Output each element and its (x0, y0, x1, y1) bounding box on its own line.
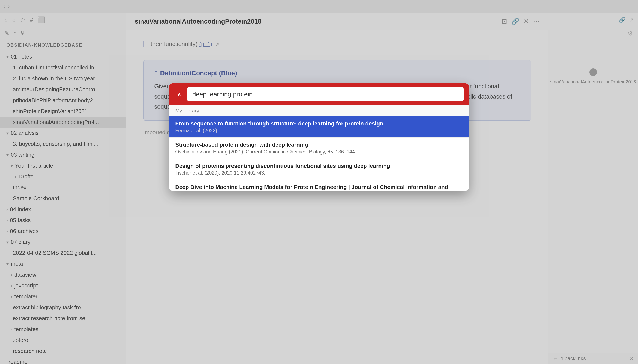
zotero-section-my-library: My Library (169, 105, 469, 116)
zotero-result-r1[interactable]: From sequence to function through struct… (169, 116, 469, 138)
zotero-search-input[interactable] (187, 87, 464, 101)
result-title-r2: Structure-based protein design with deep… (175, 142, 463, 148)
zotero-result-r4[interactable]: Deep Dive into Machine Learning Models f… (169, 180, 469, 191)
zotero-results: My LibraryFrom sequence to function thro… (169, 105, 469, 191)
zotero-search-bar: Z (169, 83, 469, 105)
zotero-result-r2[interactable]: Structure-based protein design with deep… (169, 138, 469, 159)
zotero-logo-svg: Z (175, 90, 183, 98)
result-meta-r3: Tischer et al. (2020), 2020.11.29.402743… (175, 170, 463, 176)
zotero-modal: Z My LibraryFrom sequence to function th… (169, 83, 469, 191)
result-meta-r1: Ferruz et al. (2022). (175, 128, 463, 134)
result-title-r3: Design of proteins presenting discontinu… (175, 163, 463, 169)
modal-overlay: Z My LibraryFrom sequence to function th… (0, 0, 638, 364)
result-title-r1: From sequence to function through struct… (175, 120, 463, 127)
zotero-logo: Z (174, 90, 184, 99)
result-meta-r2: Ovchinnikov and Huang (2021), Current Op… (175, 149, 463, 155)
svg-text:Z: Z (177, 91, 181, 98)
result-title-r4: Deep Dive into Machine Learning Models f… (175, 184, 463, 191)
zotero-result-r3[interactable]: Design of proteins presenting discontinu… (169, 159, 469, 180)
